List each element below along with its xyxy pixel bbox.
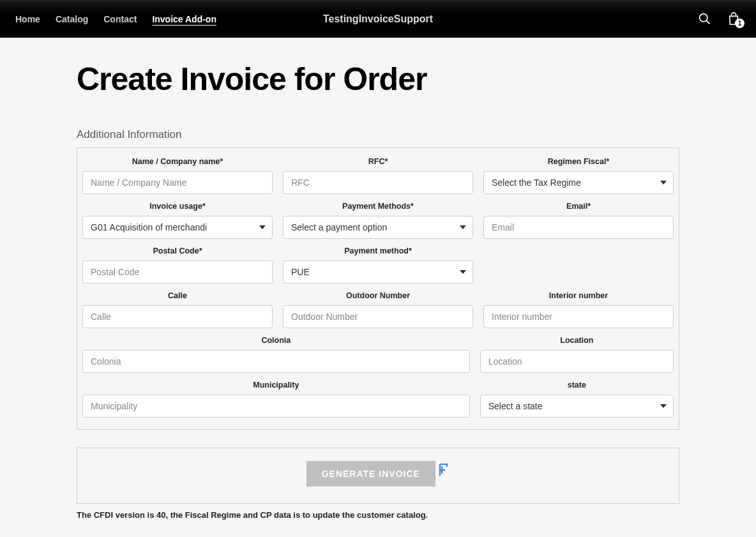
section-heading: Additional Information (77, 128, 679, 141)
location-input[interactable] (480, 350, 674, 373)
regimen-label: Regimen Fiscal* (483, 157, 674, 166)
payment-method-select[interactable]: PUE (283, 261, 473, 284)
location-label: Location (480, 336, 674, 345)
search-icon[interactable] (698, 12, 711, 26)
action-box: GENERATE INVOICE (77, 448, 679, 504)
payment-methods-select[interactable]: Select a payment option (283, 216, 473, 239)
top-navbar: Home Catalog Contact Invoice Add-on Test… (0, 0, 756, 38)
rfc-label: RFC* (283, 157, 473, 166)
municipality-label: Municipality (82, 381, 470, 390)
email-input[interactable] (483, 216, 674, 239)
postal-label: Postal Code* (82, 246, 273, 255)
state-label: state (480, 381, 674, 390)
colonia-label: Colonia (82, 336, 470, 345)
brand-title: TestingInvoiceSupport (323, 13, 433, 25)
svg-point-0 (700, 14, 707, 22)
usage-select[interactable]: G01 Acquisition of merchandi (82, 216, 273, 239)
form-box: Name / Company name* RFC* Regimen Fiscal… (77, 147, 679, 430)
email-label: Email* (483, 202, 674, 211)
municipality-input[interactable] (82, 395, 470, 418)
nav-contact[interactable]: Contact (103, 14, 137, 24)
calle-label: Calle (82, 291, 273, 300)
interior-input[interactable] (483, 305, 674, 328)
nav-catalog[interactable]: Catalog (56, 14, 88, 24)
name-label: Name / Company name* (82, 157, 273, 166)
page-title: Create Invoice for Order (77, 61, 679, 98)
interior-label: Interior number (483, 291, 674, 300)
regimen-select[interactable]: Select the Tax Regime (483, 171, 674, 194)
outdoor-input[interactable] (283, 305, 473, 328)
main-container: Create Invoice for Order Additional Info… (77, 38, 679, 537)
nav-home[interactable]: Home (15, 14, 40, 24)
cart-count-badge: 1 (735, 19, 745, 28)
topbar-right: 1 (698, 11, 741, 27)
postal-input[interactable] (82, 261, 273, 284)
outdoor-label: Outdoor Number (283, 291, 473, 300)
cart-icon[interactable]: 1 (727, 11, 741, 27)
colonia-input[interactable] (82, 350, 470, 373)
state-select[interactable]: Select a state (480, 395, 674, 418)
name-input[interactable] (82, 171, 273, 194)
usage-label: Invoice usage* (82, 202, 273, 211)
calle-input[interactable] (82, 305, 273, 328)
rfc-input[interactable] (283, 171, 473, 194)
payment-method-label: Payment method* (283, 246, 473, 255)
provider-logo-icon (438, 463, 450, 480)
payment-methods-label: Payment Methods* (283, 202, 473, 211)
nav-links: Home Catalog Contact Invoice Add-on (15, 14, 216, 24)
nav-invoice-addon[interactable]: Invoice Add-on (152, 14, 216, 24)
generate-invoice-button[interactable]: GENERATE INVOICE (306, 461, 435, 487)
footnote: The CFDI version is 40, the Fiscal Regim… (77, 510, 679, 520)
svg-line-1 (706, 20, 709, 24)
